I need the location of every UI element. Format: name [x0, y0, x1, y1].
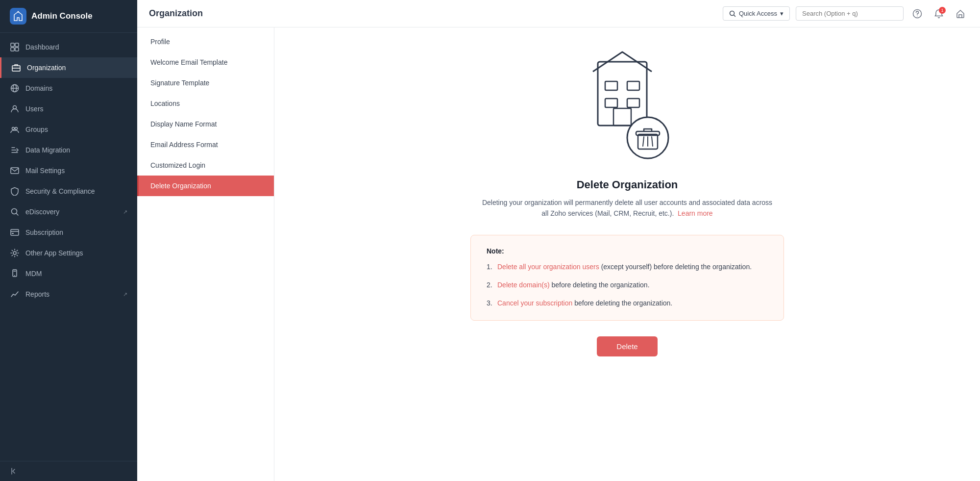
svg-point-11 — [12, 127, 15, 130]
learn-more-link[interactable]: Learn more — [678, 209, 713, 217]
security-icon — [10, 186, 20, 196]
sub-nav-delete-organization[interactable]: Delete Organization — [137, 176, 274, 196]
delete-domains-link[interactable]: Delete domain(s) — [497, 281, 550, 289]
note-box: Note: 1. Delete all your organization us… — [470, 235, 784, 321]
notifications-button[interactable]: 1 — [931, 6, 947, 22]
dashboard-icon — [10, 42, 20, 52]
topbar: Organization Quick Access ▾ — [137, 0, 980, 27]
quick-access-button[interactable]: Quick Access ▾ — [723, 6, 790, 21]
sidebar-collapse[interactable] — [0, 461, 137, 481]
quick-access-label: Quick Access — [739, 10, 777, 17]
sidebar-item-domains[interactable]: Domains — [0, 78, 137, 99]
sub-nav-profile[interactable]: Profile — [137, 31, 274, 52]
note-item-3-content: Cancel your subscription before deleting… — [497, 298, 672, 308]
search-small-icon — [729, 10, 736, 17]
svg-rect-27 — [605, 81, 617, 90]
sidebar-item-reports[interactable]: Reports ↗ — [0, 284, 137, 304]
cancel-subscription-link[interactable]: Cancel your subscription — [497, 299, 572, 307]
note-number-3: 3. — [487, 298, 494, 308]
svg-rect-17 — [12, 233, 14, 234]
ediscovery-ext: ↗ — [123, 209, 127, 215]
sidebar-item-groups[interactable]: Groups — [0, 119, 137, 140]
mdm-icon — [10, 269, 20, 278]
help-button[interactable] — [909, 6, 925, 22]
svg-rect-2 — [15, 43, 19, 47]
sub-nav-email-address-format[interactable]: Email Address Format — [137, 134, 274, 155]
svg-rect-29 — [605, 99, 617, 107]
svg-rect-4 — [15, 48, 19, 51]
svg-rect-31 — [613, 108, 631, 126]
page-heading: Delete Organization — [577, 178, 678, 191]
subscription-icon — [10, 228, 20, 237]
sub-nav-display-name-format[interactable]: Display Name Format — [137, 114, 274, 134]
delete-button[interactable]: Delete — [597, 336, 657, 356]
note-item-3-rest: before deleting the organization. — [572, 299, 672, 307]
description-text: Deleting your organization will permanen… — [482, 199, 772, 217]
groups-icon — [10, 125, 20, 134]
sidebar-item-label: Organization — [27, 64, 127, 72]
sidebar-nav: Dashboard Organization Domai — [0, 33, 137, 461]
delete-illustration — [578, 47, 676, 167]
note-item-2-content: Delete domain(s) before deleting the org… — [497, 280, 650, 290]
sidebar-item-label: Reports — [25, 290, 117, 298]
sidebar-item-label: Data Migration — [25, 146, 127, 154]
sub-nav-welcome-email[interactable]: Welcome Email Template — [137, 52, 274, 73]
apps-icon — [10, 248, 20, 258]
svg-point-20 — [14, 275, 15, 276]
note-item-1-content: Delete all your organization users (exce… — [497, 262, 752, 272]
sidebar-item-users[interactable]: Users — [0, 99, 137, 119]
sidebar-item-label: Subscription — [25, 228, 127, 236]
svg-point-23 — [730, 11, 734, 15]
organization-icon — [11, 63, 21, 73]
sidebar-item-ediscovery[interactable]: eDiscovery ↗ — [0, 202, 137, 222]
svg-point-25 — [917, 15, 918, 16]
sidebar-item-security[interactable]: Security & Compliance — [0, 181, 137, 202]
svg-rect-13 — [11, 168, 19, 174]
app-logo — [10, 8, 26, 25]
sidebar-item-label: Other App Settings — [25, 249, 127, 257]
svg-rect-15 — [11, 229, 19, 235]
note-item-1: 1. Delete all your organization users (e… — [487, 262, 768, 272]
svg-point-0 — [18, 11, 19, 13]
sidebar-item-organization[interactable]: Organization — [0, 57, 137, 78]
mail-icon — [10, 166, 20, 176]
sidebar-item-mdm[interactable]: MDM — [0, 263, 137, 284]
notification-badge: 1 — [939, 7, 946, 14]
svg-rect-26 — [598, 62, 647, 126]
app-title: Admin Console — [31, 11, 93, 21]
sidebar-item-other-app-settings[interactable]: Other App Settings — [0, 243, 137, 263]
sidebar-item-label: Groups — [25, 126, 127, 133]
sidebar-item-mail-settings[interactable]: Mail Settings — [0, 160, 137, 181]
home-button[interactable] — [953, 6, 968, 22]
sub-nav-locations[interactable]: Locations — [137, 93, 274, 114]
sub-nav-signature-template[interactable]: Signature Template — [137, 73, 274, 93]
sidebar-item-label: Security & Compliance — [25, 187, 127, 195]
data-migration-icon — [10, 145, 20, 155]
svg-rect-30 — [627, 99, 639, 107]
note-list: 1. Delete all your organization users (e… — [487, 262, 768, 308]
note-title: Note: — [487, 247, 768, 255]
sub-nav-customized-login[interactable]: Customized Login — [137, 155, 274, 176]
quick-access-chevron: ▾ — [780, 10, 784, 17]
domains-icon — [10, 83, 20, 93]
sidebar-item-subscription[interactable]: Subscription — [0, 222, 137, 243]
sidebar-item-dashboard[interactable]: Dashboard — [0, 37, 137, 57]
sub-nav: Profile Welcome Email Template Signature… — [137, 27, 274, 481]
sidebar-item-label: Dashboard — [25, 43, 127, 51]
search-input[interactable] — [796, 6, 904, 21]
svg-point-18 — [13, 252, 16, 254]
note-item-1-rest: (except yourself) before deleting the or… — [599, 263, 752, 271]
main-container: Organization Quick Access ▾ — [137, 0, 980, 481]
note-item-3: 3. Cancel your subscription before delet… — [487, 298, 768, 308]
note-number-2: 2. — [487, 280, 494, 290]
sidebar-item-data-migration[interactable]: Data Migration — [0, 140, 137, 160]
note-item-2-rest: before deleting the organization. — [550, 281, 650, 289]
sidebar-item-label: eDiscovery — [25, 208, 117, 216]
sidebar: Admin Console Dashboard — [0, 0, 137, 481]
reports-icon — [10, 289, 20, 299]
users-icon — [10, 104, 20, 114]
delete-users-link[interactable]: Delete all your organization users — [497, 263, 599, 271]
note-number-1: 1. — [487, 262, 494, 272]
page-description: Deleting your organization will permanen… — [480, 197, 774, 219]
sidebar-item-label: MDM — [25, 270, 127, 278]
